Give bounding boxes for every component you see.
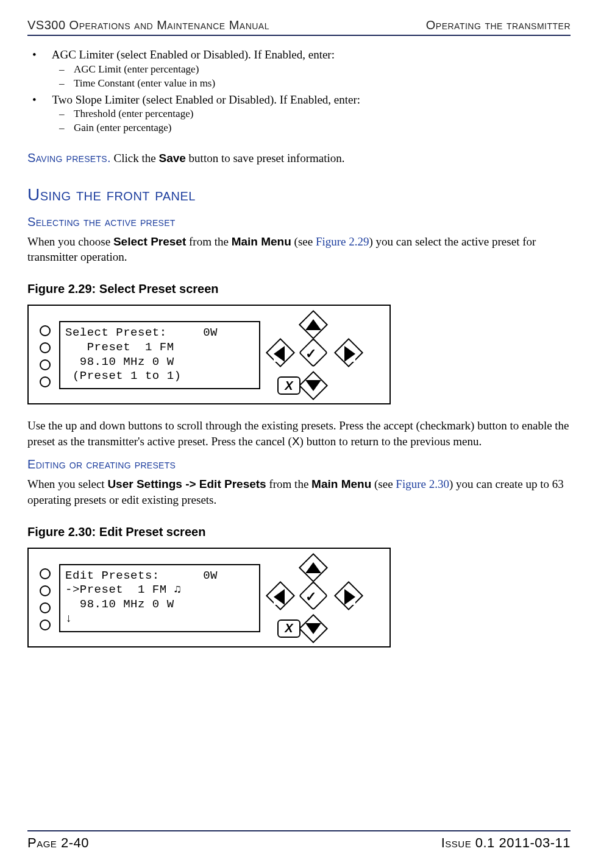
saving-presets-label: Saving presets. bbox=[27, 151, 111, 164]
footer-page: Page 2-40 bbox=[27, 835, 89, 851]
text: When you select bbox=[27, 478, 107, 490]
lcd-line3: 98.10 MHz 0 W bbox=[65, 598, 254, 612]
saving-presets-para: Saving presets. Click the Save button to… bbox=[27, 150, 571, 166]
lcd-line1: Edit Presets: 0W bbox=[65, 569, 254, 584]
bullet-agc-limiter: AGC Limiter (select Enabled or Disabled)… bbox=[49, 47, 571, 91]
dpad-controls: ✓ X bbox=[269, 559, 360, 638]
lcd-screen: Edit Presets: 0W ->Preset 1 FM ♫ 98.10 M… bbox=[59, 564, 260, 632]
lcd-line3: 98.10 MHz 0 W bbox=[65, 355, 254, 370]
x-icon: X bbox=[285, 378, 293, 394]
text: ) button to return to the previous menu. bbox=[300, 435, 482, 448]
sub-gain: Gain (enter percentage) bbox=[74, 121, 571, 135]
x-glyph: X bbox=[292, 435, 300, 448]
selecting-active-preset-heading: Selecting the active preset bbox=[27, 214, 571, 230]
arrow-up-icon bbox=[305, 562, 321, 573]
arrow-right-icon bbox=[344, 589, 355, 605]
text: from the bbox=[266, 478, 311, 490]
lcd-line1: Select Preset: 0W bbox=[65, 326, 254, 340]
footer-rule bbox=[27, 830, 571, 831]
figure-229-panel: Select Preset: 0W Preset 1 FM 98.10 MHz … bbox=[27, 305, 391, 404]
sub-threshold: Threshold (enter percentage) bbox=[74, 107, 571, 121]
figure-230-ref[interactable]: Figure 2.30 bbox=[396, 478, 449, 490]
bullet-two-slope: Two Slope Limiter (select Enabled or Dis… bbox=[49, 92, 571, 136]
save-word: Save bbox=[158, 152, 185, 164]
text: from the bbox=[186, 235, 231, 248]
header-left: VS300 Operations and Maintenance Manual bbox=[27, 18, 269, 32]
led-indicator bbox=[40, 585, 51, 596]
led-indicator bbox=[40, 342, 51, 353]
sub-time-constant: Time Constant (enter value in ms) bbox=[74, 77, 571, 91]
led-indicator bbox=[40, 376, 51, 387]
led-indicator bbox=[40, 602, 51, 613]
led-indicator bbox=[40, 325, 51, 336]
feature-bullets: AGC Limiter (select Enabled or Disabled)… bbox=[27, 47, 571, 135]
arrow-up-icon bbox=[305, 319, 321, 330]
lcd-line2: Preset 1 FM bbox=[65, 340, 254, 355]
figure-230-caption: Figure 2.30: Edit Preset screen bbox=[27, 524, 571, 540]
figure-229-ref[interactable]: Figure 2.29 bbox=[316, 235, 369, 248]
using-front-panel-heading: Using the front panel bbox=[27, 183, 571, 206]
select-preset-bold: Select Preset bbox=[113, 235, 186, 248]
user-settings-bold: User Settings -> Edit Presets bbox=[107, 478, 266, 490]
bullet-text: AGC Limiter (select Enabled or Disabled)… bbox=[52, 48, 335, 61]
text: button to save preset information. bbox=[186, 152, 345, 164]
checkmark-icon: ✓ bbox=[305, 345, 316, 363]
leds-column bbox=[40, 323, 51, 387]
dpad-controls: ✓ X bbox=[269, 316, 360, 395]
dpad-cancel-button[interactable]: X bbox=[277, 619, 300, 638]
lcd-line4: (Preset 1 to 1) bbox=[65, 369, 254, 384]
leds-column bbox=[40, 566, 51, 630]
figure-230-panel: Edit Presets: 0W ->Preset 1 FM ♫ 98.10 M… bbox=[27, 548, 391, 647]
checkmark-icon: ✓ bbox=[305, 588, 316, 606]
bullet-text: Two Slope Limiter (select Enabled or Dis… bbox=[52, 93, 360, 106]
arrow-down-icon bbox=[305, 623, 321, 634]
x-icon: X bbox=[285, 620, 293, 637]
header-right: Operating the transmitter bbox=[426, 18, 571, 32]
lcd-line2: ->Preset 1 FM ♫ bbox=[65, 583, 254, 598]
after-229-para: Use the up and down buttons to scroll th… bbox=[27, 418, 571, 449]
dpad-cancel-button[interactable]: X bbox=[277, 376, 300, 395]
lcd-line4: ↓ bbox=[65, 612, 254, 627]
led-indicator bbox=[40, 568, 51, 579]
main-menu-bold: Main Menu bbox=[232, 235, 291, 248]
lcd-screen: Select Preset: 0W Preset 1 FM 98.10 MHz … bbox=[59, 321, 260, 389]
text: (see bbox=[291, 235, 316, 248]
text: Click the bbox=[111, 152, 159, 164]
figure-229-caption: Figure 2.29: Select Preset screen bbox=[27, 281, 571, 297]
page-footer: Page 2-40 Issue 0.1 2011-03-11 bbox=[27, 830, 571, 851]
select-preset-para: When you choose Select Preset from the M… bbox=[27, 234, 571, 265]
arrow-down-icon bbox=[305, 380, 321, 391]
arrow-left-icon bbox=[274, 346, 285, 362]
editing-creating-presets-heading: Editing or creating presets bbox=[27, 456, 571, 473]
arrow-right-icon bbox=[344, 346, 355, 362]
text: When you choose bbox=[27, 235, 113, 248]
header-rule bbox=[27, 35, 571, 36]
sub-agc-limit: AGC Limit (enter percentage) bbox=[74, 63, 571, 77]
edit-presets-para: When you select User Settings -> Edit Pr… bbox=[27, 476, 571, 507]
led-indicator bbox=[40, 359, 51, 370]
arrow-left-icon bbox=[274, 589, 285, 605]
led-indicator bbox=[40, 619, 51, 630]
main-menu-bold: Main Menu bbox=[311, 478, 371, 490]
text: (see bbox=[371, 478, 396, 490]
footer-issue: Issue 0.1 2011-03-11 bbox=[441, 835, 571, 851]
